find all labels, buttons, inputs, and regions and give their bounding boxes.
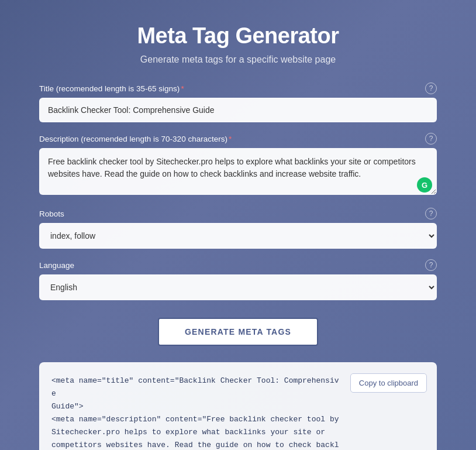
- copy-to-clipboard-button[interactable]: Copy to clipboard: [350, 373, 427, 393]
- generate-meta-tags-button[interactable]: GENERATE META TAGS: [158, 318, 318, 346]
- main-container: Meta Tag Generator Generate meta tags fo…: [39, 23, 437, 450]
- title-help-icon[interactable]: ?: [425, 83, 437, 94]
- robots-select[interactable]: index, follownoindex, nofollowindex, nof…: [39, 223, 437, 249]
- description-label: Description (recomended length is 70-320…: [39, 135, 232, 143]
- robots-label: Robots: [39, 209, 64, 218]
- grammarly-badge: G: [417, 177, 432, 193]
- generate-btn-wrapper: GENERATE META TAGS: [39, 318, 437, 346]
- title-input[interactable]: [39, 98, 437, 122]
- language-select[interactable]: EnglishSpanishFrenchGermanItalianPortugu…: [39, 274, 437, 300]
- language-label: Language: [39, 261, 74, 270]
- output-box: <meta name="title" content="Backlink Che…: [39, 362, 437, 450]
- title-section: Title (recomended length is 35-65 signs)…: [39, 83, 437, 122]
- robots-label-row: Robots ?: [39, 208, 437, 219]
- language-section: Language ? EnglishSpanishFrenchGermanIta…: [39, 259, 437, 300]
- description-textarea[interactable]: [39, 148, 437, 195]
- description-section: Description (recomended length is 70-320…: [39, 133, 437, 197]
- description-textarea-wrapper: G: [39, 148, 437, 197]
- language-label-row: Language ?: [39, 259, 437, 271]
- robots-help-icon[interactable]: ?: [425, 208, 437, 219]
- page-subtitle: Generate meta tags for a specific websit…: [39, 54, 437, 65]
- language-help-icon[interactable]: ?: [425, 259, 437, 271]
- robots-section: Robots ? index, follownoindex, nofollowi…: [39, 208, 437, 249]
- description-label-row: Description (recomended length is 70-320…: [39, 133, 437, 145]
- title-label: Title (recomended length is 35-65 signs)…: [39, 84, 184, 93]
- title-label-row: Title (recomended length is 35-65 signs)…: [39, 83, 437, 94]
- page-title: Meta Tag Generator: [39, 23, 437, 49]
- description-help-icon[interactable]: ?: [425, 133, 437, 145]
